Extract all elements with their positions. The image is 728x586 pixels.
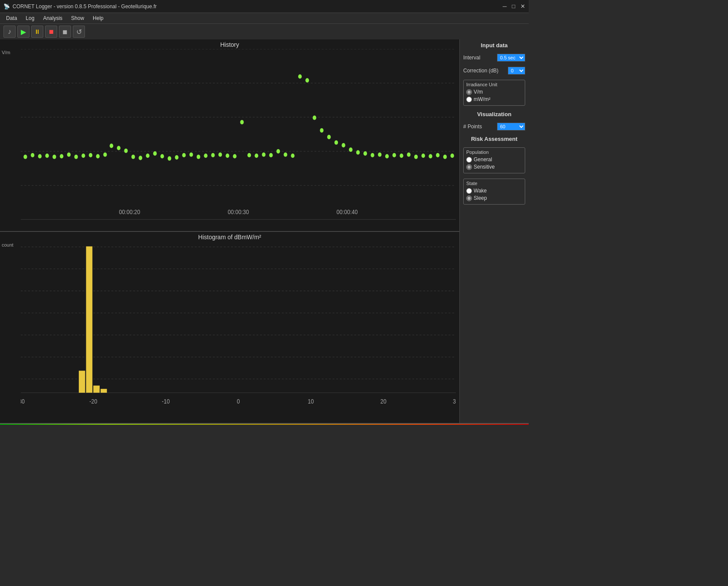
svg-text:-30: -30 (21, 397, 25, 405)
refresh-button[interactable]: ↺ (73, 26, 85, 38)
svg-point-17 (38, 154, 42, 158)
play-button[interactable]: ▶ (17, 26, 29, 38)
radio-sleep[interactable]: Sleep (466, 195, 522, 201)
history-panel: History V/m 0.080 0.060 0.040 (0, 39, 459, 232)
svg-point-71 (429, 154, 432, 158)
points-row: # Points 60 120 (463, 123, 525, 130)
svg-point-69 (414, 155, 418, 159)
svg-point-50 (276, 149, 280, 153)
history-svg: 0.080 0.060 0.040 0.020 0.000 00:00:20 0… (21, 49, 456, 220)
svg-point-40 (204, 153, 208, 158)
radio-vm-input[interactable] (466, 89, 472, 95)
menu-help[interactable]: Help (89, 14, 107, 22)
radio-wake-input[interactable] (466, 188, 472, 194)
svg-point-60 (349, 147, 352, 152)
svg-point-68 (407, 153, 410, 157)
svg-text:00:00:40: 00:00:40 (337, 208, 358, 215)
irradiance-title: Irradiance Unit (466, 82, 522, 87)
svg-point-30 (131, 155, 135, 159)
interval-select[interactable]: 0.5 sec 1 sec (497, 54, 525, 62)
radio-sleep-label: Sleep (474, 195, 487, 201)
svg-point-66 (393, 153, 396, 157)
radio-sensitive[interactable]: Sensitive (466, 164, 522, 170)
svg-text:20: 20 (380, 397, 387, 405)
radio-general-input[interactable] (466, 157, 472, 163)
menu-analysis[interactable]: Analysis (39, 14, 66, 22)
svg-point-59 (341, 143, 345, 147)
menu-show[interactable]: Show (68, 14, 88, 22)
correction-select[interactable]: 0 1 (508, 67, 525, 75)
correction-label: Correction (dB) (463, 68, 498, 74)
svg-point-63 (370, 153, 374, 157)
correction-row: Correction (dB) 0 1 (463, 67, 525, 75)
svg-point-73 (443, 155, 447, 159)
radio-vm[interactable]: V/m (466, 89, 522, 95)
svg-text:00:00:30: 00:00:30 (228, 208, 249, 215)
svg-point-55 (313, 116, 316, 120)
svg-text:00:00:20: 00:00:20 (119, 208, 140, 215)
points-select[interactable]: 60 120 (497, 123, 525, 130)
radio-general[interactable]: General (466, 156, 522, 163)
svg-point-19 (52, 155, 56, 159)
radio-sensitive-input[interactable] (466, 164, 472, 170)
history-chart-area: 0.080 0.060 0.040 0.020 0.000 00:00:20 0… (21, 49, 456, 220)
svg-point-74 (450, 153, 454, 158)
radio-wake[interactable]: Wake (466, 188, 522, 194)
svg-point-36 (175, 155, 179, 160)
radio-mwm2-input[interactable] (466, 97, 472, 102)
stop-button[interactable]: ⏹ (45, 26, 57, 38)
main-container: History V/m 0.080 0.060 0.040 (0, 39, 529, 423)
radio-mwm2[interactable]: mW/m² (466, 96, 522, 102)
svg-point-18 (45, 153, 49, 158)
maximize-button[interactable]: □ (512, 3, 515, 10)
svg-point-53 (298, 74, 302, 78)
svg-point-57 (327, 135, 331, 139)
histogram-panel: Histogram of dBmW/m² count (0, 232, 459, 423)
svg-point-41 (211, 153, 214, 157)
svg-rect-102 (101, 389, 107, 393)
svg-point-34 (160, 154, 164, 158)
svg-point-38 (189, 153, 193, 157)
svg-rect-100 (86, 246, 93, 393)
radio-wake-label: Wake (474, 188, 487, 194)
risk-title: Risk Assessment (463, 136, 525, 142)
minimize-button[interactable]: ─ (503, 3, 507, 10)
population-group: Population General Sensitive (463, 147, 525, 173)
histogram-chart-area: 70 60 50 40 30 20 10 0 -30 -20 -10 0 10 (21, 241, 456, 412)
state-group: State Wake Sleep (463, 179, 525, 205)
svg-point-16 (31, 153, 34, 157)
svg-text:0: 0 (237, 397, 240, 405)
menu-data[interactable]: Data (3, 14, 20, 22)
svg-point-26 (103, 153, 107, 157)
svg-point-64 (378, 153, 381, 157)
music-button[interactable]: ♪ (3, 26, 16, 38)
histogram-y-label: count (2, 242, 13, 247)
svg-text:10: 10 (308, 397, 314, 405)
visualization-title: Visualization (463, 111, 525, 117)
svg-point-67 (400, 153, 403, 158)
menu-log[interactable]: Log (22, 14, 38, 22)
svg-text:-20: -20 (89, 397, 97, 405)
record-button[interactable]: ◼ (59, 26, 71, 38)
radio-sleep-input[interactable] (466, 195, 472, 201)
svg-point-32 (146, 153, 150, 158)
radio-sensitive-label: Sensitive (474, 164, 495, 170)
svg-point-27 (110, 143, 113, 148)
svg-point-56 (320, 128, 323, 133)
close-button[interactable]: ✕ (520, 3, 525, 10)
svg-point-28 (117, 146, 120, 150)
charts-area: History V/m 0.080 0.060 0.040 (0, 39, 459, 423)
interval-label: Interval (463, 55, 480, 61)
svg-point-72 (436, 153, 439, 157)
svg-point-25 (96, 154, 100, 158)
svg-point-70 (422, 153, 425, 158)
irradiance-group: Irradiance Unit V/m mW/m² (463, 80, 525, 106)
svg-point-58 (335, 140, 338, 145)
pause-button[interactable]: ⏸ (31, 26, 43, 38)
svg-point-49 (269, 153, 273, 157)
svg-rect-99 (79, 371, 85, 393)
history-title: History (0, 39, 459, 49)
svg-point-47 (255, 153, 258, 158)
svg-text:30: 30 (453, 397, 456, 405)
svg-point-20 (60, 154, 63, 158)
